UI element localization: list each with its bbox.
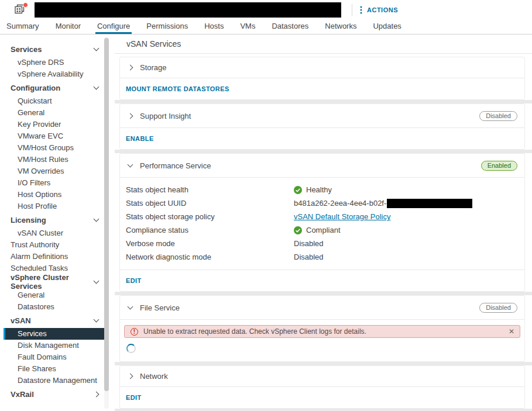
network-section: Network EDIT — [119, 365, 525, 409]
nav-group-configuration[interactable]: Configuration — [0, 81, 115, 94]
nav-item-disk-management[interactable]: Disk Management — [0, 340, 115, 351]
nav-item-vcs-general[interactable]: General — [0, 289, 115, 301]
nav-group-label: Licensing — [11, 216, 46, 225]
property-label: Stats object storage policy — [126, 212, 294, 221]
nav-group-vxrail[interactable]: VxRail — [0, 388, 115, 400]
chevron-right-icon — [128, 374, 133, 379]
property-row: Stats object UUID b481a262-2eea-4ee4-b02… — [126, 196, 524, 210]
nav-item-scheduled-tasks[interactable]: Scheduled Tasks — [0, 263, 115, 274]
chevron-down-icon — [94, 84, 99, 90]
nav-item-trust-authority[interactable]: Trust Authority — [0, 239, 115, 251]
entity-header: ACTIONS — [0, 0, 532, 19]
status-badge: Disabled — [479, 111, 517, 121]
edit-network-button[interactable]: EDIT — [126, 394, 142, 401]
nav-group-label: vSphere Cluster Services — [11, 273, 94, 291]
tab-configure[interactable]: Configure — [95, 19, 132, 34]
chevron-down-icon — [94, 216, 99, 222]
chevron-down-icon — [128, 304, 133, 310]
tab-updates[interactable]: Updates — [371, 19, 403, 34]
property-row: Compliance status Compliant — [126, 223, 524, 237]
property-row: Stats object storage policy vSAN Default… — [126, 210, 524, 223]
tab-hosts[interactable]: Hosts — [202, 19, 225, 34]
tab-monitor[interactable]: Monitor — [54, 19, 83, 34]
chevron-right-icon — [128, 113, 133, 119]
section-title: File Service — [140, 303, 180, 312]
nav-item-alarm-definitions[interactable]: Alarm Definitions — [0, 251, 115, 263]
performance-service-section: Performance Service Enabled Stats object… — [119, 153, 525, 292]
storage-policy-link[interactable]: vSAN Default Storage Policy — [294, 212, 390, 221]
support-insight-section-header[interactable]: Support Insight Disabled — [120, 104, 524, 127]
enable-button[interactable]: ENABLE — [126, 135, 154, 142]
file-service-section: File Service Disabled ! Unable to extrac… — [119, 295, 525, 362]
alert-count-badge — [23, 2, 28, 8]
tab-permissions[interactable]: Permissions — [145, 19, 190, 34]
property-value: Disabled — [294, 253, 324, 261]
vsan-services-panel: vSAN Services Storage MOUNT REMOTE DATAS… — [115, 34, 532, 411]
status-badge: Disabled — [479, 303, 517, 313]
tab-networks[interactable]: Networks — [323, 19, 358, 34]
network-section-header[interactable]: Network — [120, 366, 524, 386]
tab-vms[interactable]: VMs — [238, 19, 257, 34]
success-icon — [294, 226, 302, 234]
property-value: Compliant — [306, 226, 341, 234]
nav-item-quickstart[interactable]: Quickstart — [0, 95, 115, 107]
nav-item-vsphere-availability[interactable]: vSphere Availability — [0, 68, 115, 80]
actions-menu-button[interactable]: ACTIONS — [360, 6, 398, 14]
nav-item-vm-host-groups[interactable]: VM/Host Groups — [0, 142, 115, 154]
nav-item-vsan-cluster[interactable]: vSAN Cluster — [0, 227, 115, 239]
nav-group-label: Services — [11, 45, 42, 54]
property-label: Stats object health — [126, 185, 294, 194]
nav-item-vcs-datastores[interactable]: Datastores — [0, 301, 115, 313]
nav-item-vm-host-rules[interactable]: VM/Host Rules — [0, 154, 115, 165]
sidebar-scrollbar-track — [104, 37, 109, 409]
nav-item-fault-domains[interactable]: Fault Domains — [0, 351, 115, 363]
sidebar-scrollbar-thumb[interactable] — [104, 38, 109, 391]
property-label: Verbose mode — [126, 239, 294, 248]
nav-item-key-provider[interactable]: Key Provider — [0, 119, 115, 130]
property-label: Network diagnostic mode — [126, 253, 294, 261]
property-row: Network diagnostic mode Disabled — [126, 250, 524, 264]
nav-item-vsphere-drs[interactable]: vSphere DRS — [0, 57, 115, 68]
chevron-down-icon — [94, 278, 99, 284]
uuid-suffix-redacted — [387, 199, 472, 208]
storage-section-header[interactable]: Storage — [120, 57, 524, 78]
file-service-section-header[interactable]: File Service Disabled — [120, 296, 524, 319]
section-title: Network — [140, 372, 168, 381]
property-label: Stats object UUID — [126, 199, 294, 208]
chevron-down-icon — [94, 46, 99, 51]
nav-item-datastore-management[interactable]: Datastore Management — [0, 375, 115, 386]
chevron-down-icon — [128, 162, 133, 168]
tab-datastores[interactable]: Datastores — [270, 19, 310, 34]
divider — [120, 319, 524, 320]
nav-group-label: Configuration — [11, 84, 60, 92]
property-label: Compliance status — [126, 226, 294, 234]
storage-section: Storage MOUNT REMOTE DATASTORES — [119, 57, 525, 100]
nav-group-services[interactable]: Services — [0, 43, 115, 56]
error-message: Unable to extract requested data. Check … — [143, 327, 366, 336]
chevron-down-icon — [94, 317, 99, 323]
performance-service-section-header[interactable]: Performance Service Enabled — [120, 154, 524, 177]
edit-performance-button[interactable]: EDIT — [126, 277, 142, 284]
nav-group-label: vSAN — [11, 316, 31, 325]
divider — [352, 4, 352, 16]
section-title: Performance Service — [140, 161, 211, 170]
property-row: Stats object health Healthy — [126, 183, 524, 196]
nav-item-host-options[interactable]: Host Options — [0, 189, 115, 201]
nav-item-io-filters[interactable]: I/O Filters — [0, 177, 115, 189]
tab-summary[interactable]: Summary — [5, 19, 41, 34]
close-icon[interactable]: ✕ — [509, 327, 514, 336]
nav-item-vm-overrides[interactable]: VM Overrides — [0, 165, 115, 177]
nav-item-vmware-evc[interactable]: VMware EVC — [0, 130, 115, 142]
nav-item-host-profile[interactable]: Host Profile — [0, 201, 115, 212]
nav-group-vsan[interactable]: vSAN — [0, 314, 115, 327]
property-row: Verbose mode Disabled — [126, 237, 524, 250]
nav-group-vsphere-cluster-services[interactable]: vSphere Cluster Services — [0, 275, 115, 288]
nav-item-file-shares[interactable]: File Shares — [0, 363, 115, 375]
property-value: b481a262-2eea-4ee4-b02f- — [294, 199, 386, 208]
nav-item-general[interactable]: General — [0, 107, 115, 119]
actions-label: ACTIONS — [367, 6, 398, 13]
nav-item-vsan-services[interactable]: Services — [4, 328, 104, 340]
support-insight-section: Support Insight Disabled ENABLE — [119, 103, 525, 150]
nav-group-licensing[interactable]: Licensing — [0, 213, 115, 226]
mount-remote-datastores-button[interactable]: MOUNT REMOTE DATASTORES — [126, 85, 229, 92]
